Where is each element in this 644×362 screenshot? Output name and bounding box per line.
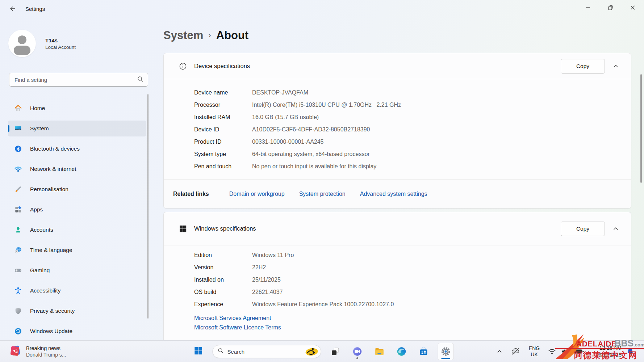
widget-subtitle: Donald Trump s...: [26, 352, 66, 358]
find-setting-searchbox[interactable]: [9, 73, 148, 87]
selected-accent-bar: [8, 125, 9, 132]
volume-icon[interactable]: [559, 343, 571, 360]
personalisation-icon: [14, 185, 22, 194]
sidebar-item-label: Accounts: [30, 227, 53, 233]
related-links-label: Related links: [173, 191, 209, 197]
card-title: Windows specifications: [194, 225, 256, 232]
spec-row-edition: EditionWindows 11 Pro: [164, 249, 631, 261]
link-domain-or-workgroup[interactable]: Domain or workgroup: [229, 191, 285, 197]
widget-title: Breaking news: [26, 345, 66, 351]
chat-teams-icon[interactable]: [350, 343, 365, 360]
device-specifications-header[interactable]: Device specifications Copy: [164, 53, 631, 79]
microsoft-store-icon[interactable]: [416, 343, 432, 360]
windows-specifications-card: Windows specifications Copy EditionWindo…: [163, 212, 631, 349]
info-icon: [179, 62, 187, 71]
device-spec-rows: Device nameDESKTOP-JVAQFAM ProcessorInte…: [164, 79, 631, 173]
arrow-left-icon: [9, 5, 16, 14]
spec-row-device-name: Device nameDESKTOP-JVAQFAM: [164, 87, 631, 99]
accessibility-icon: [14, 286, 22, 295]
sidebar-item-apps[interactable]: Apps: [8, 202, 146, 218]
sidebar-item-accounts[interactable]: Accounts: [8, 222, 146, 238]
time-language-icon: [14, 246, 22, 254]
app-icon-squares[interactable]: [327, 343, 343, 360]
sidebar-item-accessibility[interactable]: Accessibility: [8, 283, 146, 299]
copy-device-specs-button[interactable]: Copy: [561, 59, 605, 73]
close-icon: [630, 5, 635, 10]
collapse-chevron-icon[interactable]: [611, 62, 620, 71]
device-specifications-card: Device specifications Copy Device nameDE…: [163, 53, 631, 209]
sidebar-item-home[interactable]: Home: [8, 100, 146, 116]
sidebar-item-label: System: [30, 125, 49, 132]
back-button[interactable]: [7, 5, 18, 14]
home-icon: [14, 104, 22, 113]
privacy-shield-icon: [14, 307, 22, 315]
active-app-indicator: [442, 358, 450, 359]
tray-chevron-up[interactable]: [494, 343, 505, 360]
app-title: Settings: [25, 6, 45, 12]
user-account-card[interactable]: T14s Local Account: [8, 28, 142, 59]
sidebar-scrollbar[interactable]: [147, 94, 149, 319]
link-system-protection[interactable]: System protection: [299, 191, 346, 197]
sidebar-nav: Home System Bluetooth & devices Network …: [8, 100, 146, 344]
sidebar-item-time-language[interactable]: Time & language: [8, 242, 146, 258]
edge-browser-icon[interactable]: [394, 343, 410, 360]
spec-row-processor: ProcessorIntel(R) Core(TM) i5-10310U CPU…: [164, 99, 631, 111]
onedrive-paused-icon[interactable]: [509, 343, 522, 360]
taskbar-search-input[interactable]: [227, 349, 304, 355]
news-widget-icon: [9, 344, 22, 359]
spec-row-installed-on: Installed on25/11/2025: [164, 274, 631, 286]
windows-update-icon: [14, 327, 22, 336]
sidebar-item-label: Accessibility: [30, 287, 60, 294]
card-title: Device specifications: [194, 63, 250, 70]
accounts-icon: [14, 226, 22, 234]
copy-windows-specs-button[interactable]: Copy: [561, 222, 605, 236]
clock-date[interactable]: 12:18 AM 29/11/2025: [587, 343, 622, 360]
sidebar-item-label: Network & internet: [30, 166, 76, 172]
user-name: T14s: [45, 37, 76, 43]
search-icon: [218, 348, 224, 355]
spec-row-os-build: OS build22621.4037: [164, 286, 631, 298]
sidebar-item-bluetooth-devices[interactable]: Bluetooth & devices: [8, 141, 146, 157]
start-icon: [194, 346, 203, 357]
link-microsoft-services-agreement[interactable]: Microsoft Services Agreement: [194, 315, 631, 321]
sidebar-item-windows-update[interactable]: Windows Update: [8, 323, 146, 339]
system-icon: [14, 124, 22, 133]
microsoft-links: Microsoft Services Agreement Microsoft S…: [194, 315, 631, 331]
settings-app-icon[interactable]: [438, 343, 454, 360]
minimize-button[interactable]: [577, 0, 599, 15]
battery-icon[interactable]: [572, 343, 585, 360]
minimize-icon: [585, 5, 590, 10]
notification-bell-icon[interactable]: [624, 343, 636, 360]
restore-button[interactable]: [599, 0, 622, 15]
widgets-button[interactable]: Breaking news Donald Trump s...: [5, 343, 70, 360]
taskbar-center: [191, 343, 454, 360]
find-setting-input[interactable]: [14, 77, 137, 83]
network-icon: [14, 165, 22, 173]
link-advanced-system-settings[interactable]: Advanced system settings: [360, 191, 427, 197]
language-code: ENG: [529, 345, 540, 352]
start-button[interactable]: [191, 343, 206, 360]
close-button[interactable]: [622, 0, 644, 15]
user-account-type: Local Account: [45, 45, 76, 50]
language-indicator[interactable]: ENG UK: [526, 343, 543, 360]
taskbar-search[interactable]: [213, 345, 321, 358]
sidebar-item-privacy-security[interactable]: Privacy & security: [8, 303, 146, 319]
sidebar-item-personalisation[interactable]: Personalisation: [8, 181, 146, 197]
taskbar: Breaking news Donald Trump s...: [0, 340, 644, 362]
spec-row-system-type: System type64-bit operating system, x64-…: [164, 148, 631, 160]
file-explorer-icon[interactable]: [372, 343, 388, 360]
sidebar-item-label: Windows Update: [30, 328, 72, 334]
link-microsoft-software-licence-terms[interactable]: Microsoft Software Licence Terms: [194, 324, 631, 331]
spec-row-installed-ram: Installed RAM16.0 GB (15.7 GB usable): [164, 111, 631, 123]
windows-specifications-header[interactable]: Windows specifications Copy: [164, 212, 631, 245]
sidebar: T14s Local Account Home System Blu: [0, 18, 152, 340]
content-scrollbar[interactable]: [640, 74, 642, 183]
gaming-icon: [14, 266, 22, 275]
sidebar-item-system[interactable]: System: [8, 121, 146, 136]
spec-row-experience: ExperienceWindows Feature Experience Pac…: [164, 298, 631, 311]
sidebar-item-gaming[interactable]: Gaming: [8, 262, 146, 278]
collapse-chevron-icon[interactable]: [611, 224, 620, 233]
sidebar-item-network-internet[interactable]: Network & internet: [8, 161, 146, 177]
wifi-icon[interactable]: [546, 343, 558, 360]
breadcrumb-system[interactable]: System: [163, 29, 203, 42]
